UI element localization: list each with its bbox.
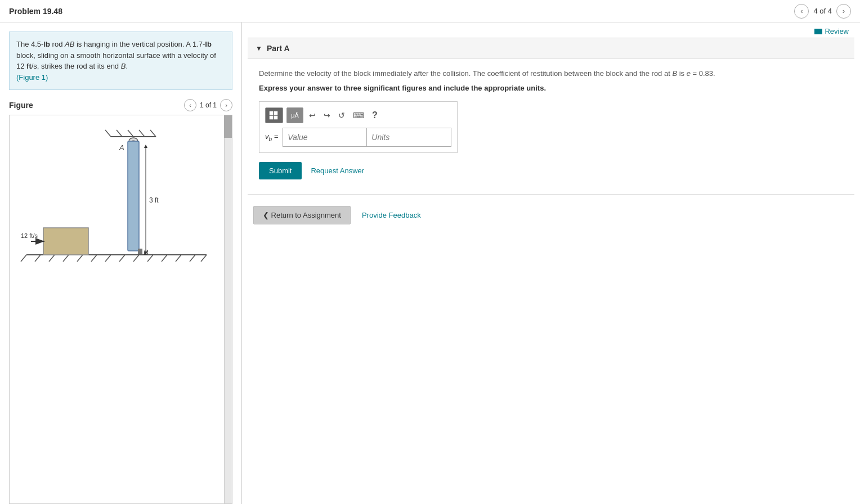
svg-text:A: A	[119, 143, 124, 152]
svg-line-17	[117, 130, 122, 137]
svg-line-2	[35, 255, 41, 262]
svg-line-13	[190, 255, 195, 262]
problem-description: The 4.5-lb rod AB is hanging in the vert…	[9, 32, 232, 90]
figure-scrollbar[interactable]	[224, 115, 232, 503]
input-row: vb =	[265, 128, 451, 147]
part-a-content: Determine the velocity of the block imme…	[248, 59, 854, 188]
review-bar: Review	[242, 22, 860, 38]
svg-text:12 ft/s: 12 ft/s	[21, 232, 38, 239]
figure-navigation: ‹ 1 of 1 ›	[184, 99, 232, 111]
units-input[interactable]	[367, 128, 451, 147]
figure-section: Figure ‹ 1 of 1 ›	[9, 99, 232, 504]
figure-svg: A B 3 ft 12 ft/s	[10, 115, 229, 273]
problem-statement: Determine the velocity of the block imme…	[259, 68, 843, 79]
instruction-text: Express your answer to three significant…	[259, 84, 843, 92]
action-row: Submit Request Answer	[259, 162, 843, 179]
svg-rect-38	[274, 116, 277, 119]
svg-line-12	[176, 255, 181, 262]
format-button[interactable]: μÅ	[286, 107, 303, 123]
figure-header: Figure ‹ 1 of 1 ›	[9, 99, 232, 111]
help-button[interactable]: ?	[370, 109, 380, 122]
svg-line-16	[105, 130, 111, 137]
svg-rect-35	[270, 111, 273, 115]
svg-text:3 ft: 3 ft	[149, 196, 159, 204]
figure-container: A B 3 ft 12 ft/s	[9, 115, 232, 504]
collapse-button[interactable]: ▼	[256, 44, 262, 52]
svg-line-3	[49, 255, 55, 262]
answer-toolbar: μÅ ↩ ↪ ↺ ⌨ ?	[265, 107, 451, 123]
page-header: Problem 19.48 ‹ 4 of 4 ›	[0, 0, 860, 22]
svg-line-7	[105, 255, 111, 262]
part-a-section: ▼ Part A Determine the velocity of the b…	[248, 38, 854, 188]
figure-page-count: 1 of 1	[200, 101, 217, 109]
matrix-icon	[269, 111, 279, 120]
submit-button[interactable]: Submit	[259, 162, 302, 179]
answer-box: μÅ ↩ ↪ ↺ ⌨ ? vb =	[259, 101, 458, 153]
svg-rect-29	[43, 228, 88, 255]
svg-line-11	[162, 255, 167, 262]
left-panel: The 4.5-lb rod AB is hanging in the vert…	[0, 22, 242, 504]
figure-prev-button[interactable]: ‹	[184, 99, 196, 111]
figure-link[interactable]: (Figure 1)	[16, 73, 48, 82]
bottom-bar: ❮ Return to Assignment Provide Feedback	[248, 194, 854, 236]
figure-next-button[interactable]: ›	[220, 99, 232, 111]
return-to-assignment-button[interactable]: ❮ Return to Assignment	[253, 206, 351, 224]
prev-page-button[interactable]: ‹	[794, 4, 809, 19]
figure-title: Figure	[9, 101, 33, 110]
svg-line-5	[77, 255, 83, 262]
svg-line-1	[21, 255, 26, 262]
format-label: μÅ	[291, 112, 299, 119]
redo-button[interactable]: ↪	[321, 110, 333, 121]
svg-line-14	[201, 255, 207, 262]
page-count: 4 of 4	[813, 7, 832, 15]
svg-line-9	[133, 255, 139, 262]
svg-rect-23	[128, 141, 139, 251]
svg-line-18	[128, 130, 133, 137]
svg-rect-26	[138, 249, 142, 254]
svg-line-8	[119, 255, 125, 262]
review-link[interactable]: Review	[814, 27, 849, 35]
value-input[interactable]	[283, 128, 367, 147]
keyboard-button[interactable]: ⌨	[351, 110, 366, 121]
matrix-button[interactable]	[265, 107, 283, 123]
review-icon	[814, 29, 822, 34]
svg-line-6	[91, 255, 97, 262]
reset-button[interactable]: ↺	[336, 110, 347, 121]
part-a-header: ▼ Part A	[248, 38, 854, 59]
svg-rect-36	[274, 111, 277, 115]
provide-feedback-link[interactable]: Provide Feedback	[362, 211, 421, 219]
navigation: ‹ 4 of 4 ›	[794, 4, 851, 19]
svg-rect-37	[270, 116, 273, 119]
undo-button[interactable]: ↩	[307, 110, 318, 121]
right-panel: Review ▼ Part A Determine the velocity o…	[242, 22, 860, 504]
svg-line-4	[63, 255, 69, 262]
variable-label: vb =	[265, 132, 278, 142]
part-a-title: Part A	[267, 44, 290, 53]
main-layout: The 4.5-lb rod AB is hanging in the vert…	[0, 22, 860, 504]
svg-line-19	[139, 130, 145, 137]
svg-line-20	[150, 130, 156, 137]
next-page-button[interactable]: ›	[836, 4, 851, 19]
request-answer-link[interactable]: Request Answer	[311, 166, 364, 175]
problem-title: Problem 19.48	[9, 7, 62, 16]
